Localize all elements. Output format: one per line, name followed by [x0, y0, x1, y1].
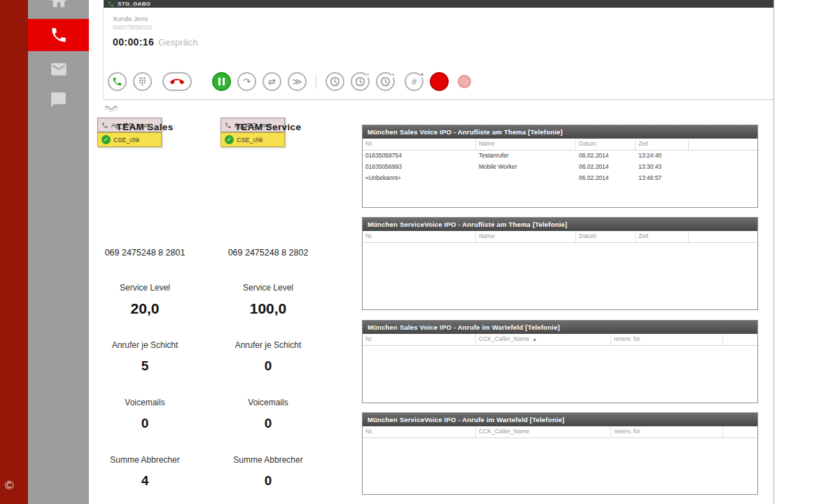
column-header-name[interactable]: Name	[476, 231, 576, 242]
clock-icon	[355, 76, 365, 87]
clock-remove-button[interactable]: ×	[376, 72, 395, 91]
stat-label-anrufer: Anrufer je Schicht	[220, 340, 316, 350]
stat-value-voicemails: 0	[220, 416, 316, 431]
column-header-datum[interactable]: Datum	[576, 139, 636, 150]
table-row[interactable]: 01635059754 Testanrufer 06.02.2014 13:24…	[363, 150, 757, 162]
agent-button-sales[interactable]: ✓ CSE_chk	[97, 132, 162, 147]
stat-label-abbrecher: Summe Abbrecher	[97, 455, 192, 465]
hash-icon: #	[412, 76, 416, 87]
chat-bubble-icon	[50, 91, 67, 108]
stat-value-anrufer: 0	[220, 358, 316, 374]
column-header-nr[interactable]: Nr.	[363, 231, 476, 242]
column-header-datum[interactable]: Datum	[576, 231, 636, 242]
pause-icon	[218, 78, 220, 85]
column-header-zeit[interactable]: Zeit	[636, 231, 689, 242]
team-service-panel: TEAM Service Ag_IPO_muc ✓ CSE_chk 069 24…	[220, 118, 316, 504]
sidebar-item-mail[interactable]	[28, 59, 89, 80]
table-anrufliste-sales: München Sales Voice IPO - Anrufliste am …	[362, 125, 758, 208]
hang-up-button[interactable]	[162, 72, 192, 91]
column-header-nr[interactable]: Nr.	[363, 426, 476, 438]
table-header-row: Nr. Name Datum Zeit	[363, 231, 757, 243]
table-wartefeld-sales: München Sales Voice IPO - Anrufe im Wart…	[362, 320, 758, 403]
clock-button[interactable]	[326, 72, 344, 91]
column-header-cck-caller-name[interactable]: CCK_Caller_Name	[476, 426, 611, 438]
stat-value-voicemails: 0	[97, 416, 192, 431]
column-header-reserv[interactable]: reserv. für	[611, 426, 723, 438]
clock-add-button[interactable]: +	[351, 72, 370, 91]
column-header-reserv[interactable]: reserv. für	[611, 334, 723, 345]
window-right-border	[774, 0, 774, 504]
cell-zeit: 13:46:57	[636, 173, 689, 184]
table-row[interactable]: 01635056993 Mobile Worker 06.02.2014 13:…	[363, 162, 757, 173]
call-tab-label: STG_GABG	[118, 1, 150, 7]
team-phone-number: 069 2475248 8 2802	[220, 248, 316, 258]
team-name: TEAM Sales	[97, 122, 192, 132]
redirect-icon: ↷	[243, 76, 251, 87]
answer-call-button[interactable]	[108, 72, 127, 91]
agent-button-label: CSE_chk	[237, 136, 263, 144]
column-header-cck-caller-name[interactable]: CCK_Caller_Name▲	[476, 334, 611, 345]
dtmf-button[interactable]: # ▾	[405, 72, 424, 91]
sidebar-item-chat[interactable]	[28, 88, 89, 111]
column-header-nr[interactable]: Nr.	[363, 334, 476, 345]
column-header-empty	[723, 426, 757, 438]
dialpad-button[interactable]	[133, 72, 152, 91]
sidebar-item-phone[interactable]	[28, 19, 89, 51]
stat-label-service-level: Service Level	[97, 283, 192, 293]
redirect-button[interactable]: ↷	[237, 72, 256, 91]
dialpad-icon	[138, 77, 147, 86]
check-icon: ✓	[225, 135, 234, 144]
table-header-row: Nr. CCK_Caller_Name▲ reserv. für	[363, 334, 757, 346]
copyright-mark: ©	[5, 479, 14, 493]
panel-splitter-handle[interactable]	[104, 102, 122, 109]
clock-icon	[330, 76, 340, 87]
toolbar-separator	[316, 75, 316, 89]
cell-datum: 06.02.2014	[576, 162, 636, 173]
clock-icon	[380, 76, 391, 87]
team-phone-number: 069 2475248 8 2801	[97, 248, 192, 258]
cell-nr: 01635059754	[363, 150, 476, 162]
stat-value-service-level: 20,0	[97, 300, 192, 317]
cell-datum: 06.02.2014	[576, 150, 636, 162]
stat-label-service-level: Service Level	[220, 283, 316, 293]
column-header-name[interactable]: Name	[476, 139, 576, 150]
call-status: Gespräch	[158, 37, 197, 48]
cell-zeit: 13:30:43	[636, 162, 689, 173]
cell-name: Mobile Worker	[476, 162, 576, 173]
mail-icon	[50, 60, 68, 78]
transfer-button[interactable]: ⇄	[262, 72, 281, 91]
forward-button[interactable]: ≫	[288, 72, 307, 91]
caller-name: Xunde Jens	[113, 15, 774, 22]
table-title: München Sales Voice IPO - Anrufe im Wart…	[363, 321, 757, 334]
column-header-zeit[interactable]: Zeit	[636, 139, 689, 150]
team-sales-panel: TEAM Sales Ag_IPO_muc ✓ CSE_chk 069 2475…	[97, 118, 192, 504]
table-title: München ServiceVoice IPO - Anrufliste am…	[363, 218, 757, 231]
table-row[interactable]: «Unbekannt» 06.02.2014 13:46:57	[363, 173, 757, 184]
stat-label-abbrecher: Summe Abbrecher	[220, 455, 316, 465]
stat-label-voicemails: Voicemails	[97, 398, 192, 407]
caret-down-icon: ▾	[421, 72, 424, 78]
record-button[interactable]	[430, 72, 449, 91]
hold-button[interactable]	[212, 72, 231, 91]
record-indicator	[458, 75, 471, 88]
agent-button-service[interactable]: ✓ CSE_chk	[220, 132, 285, 147]
agent-button-label: CSE_chk	[113, 136, 140, 144]
table-anrufliste-service: München ServiceVoice IPO - Anrufliste am…	[362, 217, 758, 310]
cell-nr: 01635056993	[363, 162, 476, 173]
column-header-nr[interactable]: Nr.	[363, 139, 476, 150]
team-name: TEAM Service	[220, 122, 316, 132]
answer-phone-icon	[112, 76, 122, 87]
active-call-tab[interactable]: STG_GABG	[104, 0, 774, 8]
call-toolbar: ↷ ⇄ ≫ + × # ▾	[103, 64, 774, 100]
cell-name	[476, 173, 576, 184]
table-header-row: Nr. CCK_Caller_Name reserv. für	[363, 426, 757, 438]
call-duration-row: 00:00:16Gespräch	[113, 36, 774, 48]
hang-up-icon	[170, 75, 184, 89]
sidebar-item-home[interactable]	[28, 0, 89, 11]
plus-icon: +	[366, 72, 370, 78]
cross-icon: ×	[391, 72, 395, 78]
transfer-icon: ⇄	[268, 76, 276, 87]
sidebar	[28, 0, 89, 504]
stat-value-abbrecher: 4	[97, 473, 192, 489]
phone-icon	[50, 26, 68, 44]
